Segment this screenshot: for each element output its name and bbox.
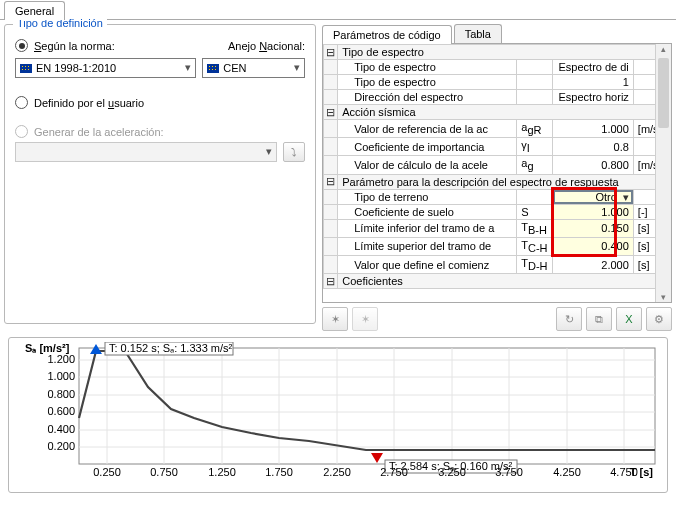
y-axis-label: Sₐ [m/s²] <box>25 342 70 354</box>
svg-text:0.250: 0.250 <box>93 466 121 478</box>
pick-point-button[interactable]: ✶ <box>322 307 348 331</box>
svg-text:1.000: 1.000 <box>47 370 75 382</box>
vertical-scrollbar[interactable] <box>655 44 671 302</box>
svg-text:0.750: 0.750 <box>150 466 178 478</box>
copy-icon: ⧉ <box>595 313 603 326</box>
svg-text:3.250: 3.250 <box>438 466 466 478</box>
settings-button[interactable]: ⚙ <box>646 307 672 331</box>
radio-by-norm[interactable] <box>15 39 28 52</box>
svg-text:0.600: 0.600 <box>47 405 75 417</box>
radio-from-accel-label: Generar de la aceleración: <box>34 126 164 138</box>
group-header: Parámetro para la descripción del espect… <box>338 174 671 189</box>
import-icon: ⤵ <box>291 146 297 158</box>
norm-select[interactable]: EN 1998-1:2010 <box>15 58 196 78</box>
x-axis-label: T [s] <box>630 466 654 478</box>
anejo-select[interactable]: CEN <box>202 58 305 78</box>
svg-text:0.400: 0.400 <box>47 423 75 435</box>
collapse-icon[interactable]: ⊟ <box>324 174 338 189</box>
svg-text:1.750: 1.750 <box>265 466 293 478</box>
collapse-icon[interactable]: ⊟ <box>324 45 338 60</box>
tab-params[interactable]: Parámetros de código <box>322 25 452 44</box>
gear-icon: ⚙ <box>654 313 664 326</box>
svg-text:2.750: 2.750 <box>380 466 408 478</box>
highlight-box <box>551 187 617 257</box>
svg-text:0.800: 0.800 <box>47 388 75 400</box>
tab-table[interactable]: Tabla <box>454 24 502 43</box>
copy-button[interactable]: ⧉ <box>586 307 612 331</box>
collapse-icon[interactable]: ⊟ <box>324 274 338 289</box>
chart-callout: T: 0.152 s; Sₐ: 1.333 m/s² <box>109 342 233 354</box>
excel-icon: X <box>625 313 632 325</box>
target-icon: ✶ <box>361 313 370 326</box>
group-header: Tipo de espectro <box>338 45 671 60</box>
radio-by-user[interactable] <box>15 96 28 109</box>
export-excel-button[interactable]: X <box>616 307 642 331</box>
svg-text:4.250: 4.250 <box>553 466 581 478</box>
svg-text:1.250: 1.250 <box>208 466 236 478</box>
eu-flag-icon <box>20 64 32 73</box>
tab-general[interactable]: General <box>4 1 65 20</box>
parameter-grid[interactable]: ⊟Tipo de espectro Tipo de espectroEspect… <box>322 43 672 303</box>
radio-by-user-label: Definido por el usuario <box>34 97 144 109</box>
svg-text:2.250: 2.250 <box>323 466 351 478</box>
svg-text:3.750: 3.750 <box>495 466 523 478</box>
target-icon: ✶ <box>331 313 340 326</box>
group-header: Acción sísmica <box>338 105 671 120</box>
spectrum-chart: T: 0.152 s; Sₐ: 1.333 m/s² T: 2.584 s; S… <box>8 337 668 493</box>
definition-type-group: Tipo de definición Según la norma: Anejo… <box>4 24 316 324</box>
group-header: Coeficientes <box>338 274 671 289</box>
pick-point-alt-button[interactable]: ✶ <box>352 307 378 331</box>
refresh-icon: ↻ <box>565 313 574 326</box>
radio-by-norm-label: Según la norma: <box>34 40 115 52</box>
accel-import-button: ⤵ <box>283 142 305 162</box>
eu-flag-icon <box>207 64 219 73</box>
radio-from-accel <box>15 125 28 138</box>
svg-text:0.200: 0.200 <box>47 440 75 452</box>
anejo-label: Anejo Nacional: <box>115 40 305 52</box>
accel-select <box>15 142 277 162</box>
refresh-button[interactable]: ↻ <box>556 307 582 331</box>
collapse-icon[interactable]: ⊟ <box>324 105 338 120</box>
svg-text:1.200: 1.200 <box>47 353 75 365</box>
